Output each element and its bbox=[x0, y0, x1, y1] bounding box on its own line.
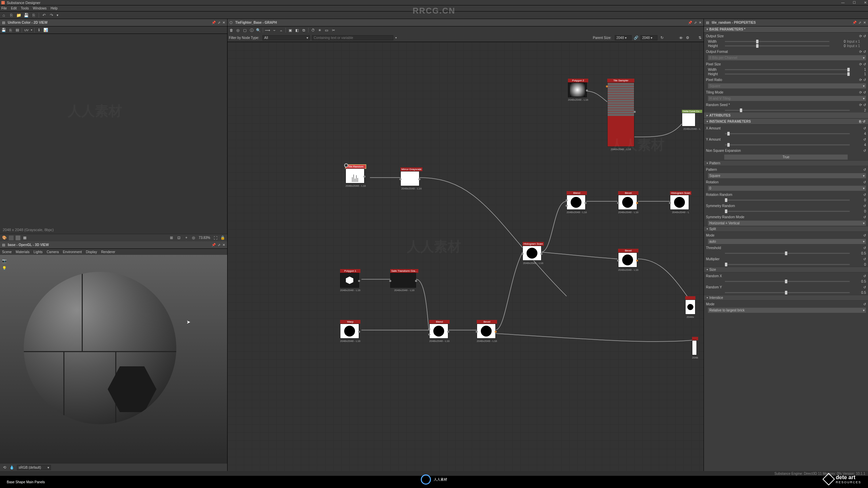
popout-icon[interactable]: ⬀ bbox=[859, 21, 861, 24]
pin-icon[interactable]: 📌 bbox=[212, 243, 216, 247]
swatch-2[interactable] bbox=[16, 236, 20, 240]
subsection-interstice[interactable]: ▾Interstice bbox=[704, 295, 868, 301]
node-histogram-scan-1[interactable]: Histogram Scan 2048x2048 - L16 bbox=[522, 242, 544, 265]
slider-x-amount[interactable] bbox=[725, 133, 850, 134]
inherit-icon[interactable]: ⟳ bbox=[859, 34, 862, 38]
close-button[interactable]: ✕ bbox=[864, 1, 867, 4]
menu-help[interactable]: Help bbox=[51, 6, 58, 10]
histogram-icon[interactable]: 📊 bbox=[43, 28, 48, 33]
reset-icon[interactable]: ↺ bbox=[863, 302, 866, 306]
node-blend-1[interactable]: Blend 2048x2048 - L16 bbox=[429, 320, 450, 343]
camera-icon[interactable]: 📷 bbox=[2, 258, 7, 263]
palette-icon[interactable]: 🎨 bbox=[2, 236, 7, 240]
reset-icon[interactable]: ↺ bbox=[863, 193, 866, 197]
timing-icon[interactable]: ⏱ bbox=[311, 28, 315, 33]
dropdown-pixel-ratio[interactable]: Square▾ bbox=[708, 83, 866, 88]
node-polygon-2[interactable]: Polygon 2 2048x2048 - L16 bbox=[568, 79, 588, 101]
dropdown-rotation[interactable]: 0▾ bbox=[708, 186, 866, 191]
node-bevel-2[interactable]: Bevel 2048x2048 - L16 bbox=[618, 191, 638, 214]
filter-type-dropdown[interactable]: All▾ bbox=[262, 35, 310, 40]
section-attributes[interactable]: ▸ATTRIBUTES bbox=[704, 113, 868, 119]
reset-icon[interactable]: ↺ bbox=[863, 90, 866, 94]
slider-y-amount[interactable] bbox=[725, 144, 850, 145]
reset-icon[interactable]: ↺ bbox=[863, 285, 866, 289]
reset-icon[interactable]: ↺ bbox=[863, 233, 866, 237]
uv-toggle[interactable]: UV bbox=[24, 28, 29, 33]
node-mirror-grayscale[interactable]: Mirror Grayscale 2048x2048 - L16 bbox=[400, 167, 422, 190]
dropdown-interstice-mode[interactable]: Relative to largest brick▾ bbox=[708, 308, 866, 313]
save-icon[interactable]: 💾 bbox=[24, 13, 28, 18]
link-icon[interactable]: ⚬ bbox=[184, 236, 189, 240]
sort-icon[interactable]: ⇅ bbox=[697, 36, 702, 40]
parent-height-dropdown[interactable]: 2048 ▾ bbox=[640, 35, 657, 40]
menu-lights[interactable]: Lights bbox=[34, 250, 43, 254]
panel-close-icon[interactable]: ✕ bbox=[222, 21, 225, 24]
slider-sym-random[interactable] bbox=[725, 211, 850, 212]
inherit-icon[interactable]: ⟳ bbox=[859, 62, 862, 66]
panel-close-icon[interactable]: ✕ bbox=[863, 21, 866, 24]
dropdown-symmetry-mode[interactable]: Horizontal + Vertical▾ bbox=[708, 221, 866, 226]
section-instance-params[interactable]: ▾INSTANCE PARAMETERS⎘↺ bbox=[704, 119, 868, 125]
fit-icon[interactable]: ⛶ bbox=[213, 236, 218, 240]
detach-icon[interactable]: ⧉ bbox=[301, 28, 306, 33]
menu-camera[interactable]: Camera bbox=[47, 250, 59, 254]
link-tool-icon[interactable]: ⟿ bbox=[265, 28, 270, 33]
menu-scene[interactable]: Scene bbox=[2, 250, 12, 254]
graph-canvas[interactable]: Tile Random 2048x2048 - L16 Mirror Grays… bbox=[228, 42, 704, 471]
paste-icon[interactable]: ▤ bbox=[15, 28, 20, 33]
home-icon[interactable]: ⌂ bbox=[1, 13, 6, 18]
popout-icon[interactable]: ⬀ bbox=[218, 21, 220, 24]
view-2d-canvas[interactable]: 2048 x 2048 (Grayscale, 8bpc) bbox=[0, 34, 227, 234]
slider-width[interactable] bbox=[725, 41, 829, 42]
colorspace-dropdown[interactable]: sRGB (default) ▾ bbox=[17, 465, 51, 470]
target-icon[interactable]: ◎ bbox=[236, 28, 240, 33]
node-warp[interactable]: Warp 2048x2048 - L16 bbox=[340, 320, 360, 343]
reset-icon[interactable]: ↺ bbox=[863, 215, 866, 219]
view-mode-icon[interactable]: 👁 bbox=[678, 36, 683, 40]
axis-icon[interactable]: ⟲ bbox=[2, 465, 7, 470]
menu-renderer[interactable]: Renderer bbox=[101, 250, 115, 254]
reset-icon[interactable]: ↺ bbox=[863, 257, 866, 261]
reset-icon[interactable]: ↺ bbox=[863, 274, 866, 278]
node-tile-sampler[interactable]: Tile Sampler 2048x2048 - L16 bbox=[607, 79, 634, 151]
reset-icon[interactable]: ↺ bbox=[863, 62, 866, 66]
section-base-params[interactable]: ▾BASE PARAMETERS * bbox=[704, 26, 868, 33]
collapse-icon[interactable]: ▣ bbox=[288, 28, 293, 33]
highlight-icon[interactable]: ☀ bbox=[317, 28, 322, 33]
grid-snap-icon[interactable]: ⊡ bbox=[176, 236, 181, 240]
inherit-icon[interactable]: ⟳ bbox=[859, 90, 862, 94]
node-histogram-scan-2[interactable]: Histogram Scan 2048x2048 - L bbox=[670, 191, 691, 214]
expand-icon[interactable]: ◧ bbox=[295, 28, 299, 33]
copy-icon[interactable]: ⎘ bbox=[8, 28, 13, 33]
toggle-non-square[interactable]: True bbox=[724, 155, 848, 160]
reset-icon[interactable]: ↺ bbox=[863, 120, 865, 123]
slider-random-x[interactable] bbox=[725, 281, 850, 282]
dropdown-output-format[interactable]: 8 Bits per Channel▾ bbox=[708, 55, 866, 60]
search-icon[interactable]: 🔍 bbox=[256, 28, 261, 33]
menu-tools[interactable]: Tools bbox=[21, 6, 28, 10]
open-icon[interactable]: 📁 bbox=[16, 13, 21, 18]
reset-icon[interactable]: ↺ bbox=[863, 138, 866, 141]
pin-icon[interactable]: 📌 bbox=[688, 21, 692, 24]
menu-environment[interactable]: Environment bbox=[63, 250, 82, 254]
menu-display[interactable]: Display bbox=[86, 250, 97, 254]
dropper-icon[interactable]: 💧 bbox=[9, 465, 14, 470]
slider-threshold[interactable] bbox=[725, 253, 850, 254]
lock-icon[interactable]: 🔒 bbox=[220, 236, 225, 240]
maximize-button[interactable]: ☐ bbox=[853, 1, 856, 4]
slider-seed[interactable] bbox=[725, 110, 850, 111]
reset-icon[interactable]: ↺ bbox=[863, 168, 866, 171]
panel-close-icon[interactable]: ✕ bbox=[699, 21, 702, 24]
save-image-icon[interactable]: 💾 bbox=[1, 28, 6, 33]
slider-pxwidth[interactable] bbox=[725, 69, 850, 70]
properties-body[interactable]: ▾BASE PARAMETERS * Output Size⟳↺ Width0I… bbox=[704, 26, 868, 471]
info-icon[interactable]: ℹ bbox=[37, 28, 41, 33]
subsection-size[interactable]: ▾Size bbox=[704, 267, 868, 272]
minimize-button[interactable]: — bbox=[841, 1, 845, 4]
slider-rot-random[interactable] bbox=[725, 200, 850, 201]
node-safe-transform[interactable]: Safe Transform Gra... 2048x2048 - L16 bbox=[390, 269, 418, 292]
reset-icon[interactable]: ↺ bbox=[863, 34, 866, 38]
dropdown-tiling-mode[interactable]: H and V Tiling▾ bbox=[708, 96, 866, 101]
menu-file[interactable]: File bbox=[1, 6, 7, 10]
node-delta-curve[interactable]: Delta Curve Co... 2048x2048 - L bbox=[682, 110, 702, 130]
